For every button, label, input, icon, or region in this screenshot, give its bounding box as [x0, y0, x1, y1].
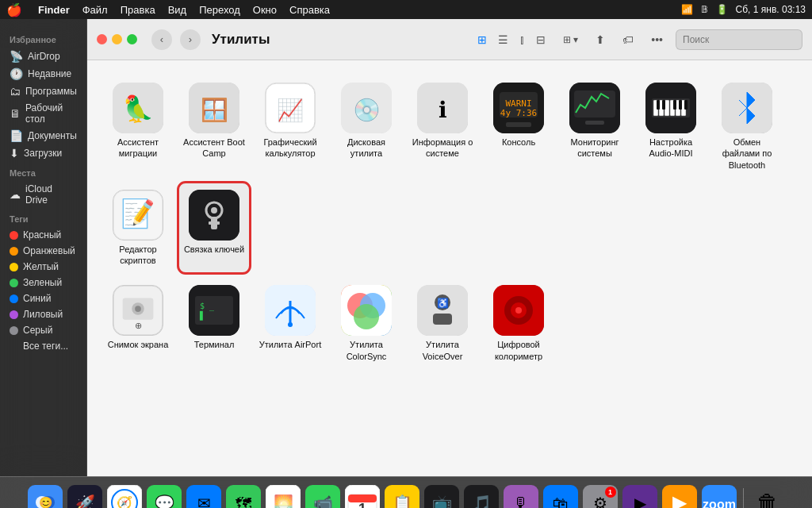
dock-appletv[interactable]: 📺 — [424, 485, 459, 509]
view-gallery-button[interactable]: ⊟ — [531, 30, 550, 49]
apple-menu[interactable]: 🍎 — [6, 2, 22, 17]
window-maximize-button[interactable] — [127, 34, 137, 44]
sort-button[interactable]: ⊞ ▾ — [558, 31, 583, 48]
menubar: 🍎 Finder Файл Правка Вид Переход Окно Сп… — [0, 0, 812, 19]
dock-photos[interactable]: 🌅 — [266, 485, 301, 509]
file-item-monitor[interactable]: Мониторинг системы — [560, 76, 630, 177]
file-item-bluetooth[interactable]: Обмен файлами по Bluetooth — [712, 76, 782, 177]
downloads-icon: ⬇ — [10, 147, 19, 160]
sidebar-item-recent[interactable]: 🕐 Недавние — [6, 65, 80, 83]
sidebar-item-tag-blue[interactable]: Синий — [6, 291, 80, 306]
monitor-icon — [569, 83, 620, 133]
sidebar-item-tag-gray[interactable]: Серый — [6, 322, 80, 338]
menu-datetime: Сб, 1 янв. 03:13 — [736, 4, 806, 15]
sidebar-item-documents[interactable]: 📄 Документы — [6, 127, 80, 144]
scripteditor-label: Редактор скриптов — [106, 244, 170, 267]
svg-text:🧭: 🧭 — [117, 495, 132, 509]
window-close-button[interactable] — [97, 34, 107, 44]
dock-launchpad[interactable]: 🚀 — [67, 485, 102, 509]
sidebar-label-tag-blue: Синий — [23, 293, 51, 304]
sidebar-item-icloud[interactable]: ☁ iCloud Drive — [6, 181, 80, 208]
file-item-disk[interactable]: 💿 Дисковая утилита — [331, 76, 401, 177]
more-button[interactable]: ••• — [646, 30, 668, 49]
terminal-icon: $ _ ▋ — [189, 285, 239, 336]
svg-rect-34 — [189, 190, 239, 241]
disk-label: Дисковая утилита — [335, 137, 398, 160]
file-item-midi[interactable]: Настройка Audio-MIDI — [636, 76, 706, 177]
dock-trash[interactable]: 🗑 — [750, 485, 785, 509]
dock-settings[interactable]: ⚙ 1 — [583, 485, 618, 509]
menubar-window[interactable]: Окно — [253, 4, 277, 16]
sidebar-item-apps[interactable]: 🗂 Программы — [6, 83, 80, 100]
file-item-terminal[interactable]: $ _ ▋ Терминал — [179, 279, 249, 368]
file-item-sysinfo[interactable]: ℹ Информация о системе — [408, 76, 477, 177]
svg-text:📹: 📹 — [312, 494, 332, 509]
file-item-colorimeter[interactable]: Цифровой колориметр — [484, 279, 553, 368]
file-item-colorsync[interactable]: Утилита ColorSync — [331, 279, 401, 368]
view-column-button[interactable]: ⫿ — [515, 30, 530, 49]
tag-purple-dot — [10, 310, 18, 319]
share-button[interactable]: ⬆ — [591, 30, 610, 49]
sidebar-item-tag-red[interactable]: Красный — [6, 227, 80, 243]
sidebar-item-tag-purple[interactable]: Лиловый — [6, 306, 80, 322]
sidebar-item-tag-yellow[interactable]: Желтый — [6, 259, 80, 275]
svg-text:🚀: 🚀 — [75, 494, 94, 509]
sidebar-item-tag-orange[interactable]: Оранжевый — [6, 243, 80, 259]
sidebar-item-tag-green[interactable]: Зеленый — [6, 275, 80, 291]
sidebar-item-downloads[interactable]: ⬇ Загрузки — [6, 144, 80, 162]
screenshot-icon: ⊕ — [113, 285, 163, 336]
dock-facetime[interactable]: 📹 — [305, 485, 340, 509]
file-item-grapher[interactable]: 📈 Графический калькулятор — [255, 76, 325, 177]
sidebar-item-airdrop[interactable]: 📡 AirDrop — [6, 48, 80, 65]
grapher-icon: 📈 — [265, 83, 316, 133]
menubar-finder[interactable]: Finder — [38, 4, 70, 16]
dock-mail[interactable]: ✉ — [186, 485, 221, 509]
search-input[interactable] — [676, 29, 802, 50]
grapher-label: Графический калькулятор — [259, 137, 322, 160]
back-button[interactable]: ‹ — [151, 29, 172, 50]
file-item-scripteditor[interactable]: 📝 Редактор скриптов — [103, 183, 173, 273]
menubar-help[interactable]: Справка — [289, 4, 330, 16]
file-item-migration[interactable]: 🦜 Ассистент миграции — [103, 76, 173, 177]
svg-text:💿: 💿 — [353, 97, 381, 123]
dock-play[interactable]: ▶ — [662, 485, 697, 509]
sidebar-item-desktop[interactable]: 🖥 Рабочий стол — [6, 100, 80, 127]
voiceover-label: Утилита VoiceOver — [411, 339, 474, 362]
svg-text:📈: 📈 — [277, 97, 304, 123]
file-item-bootcamp[interactable]: 🪟 Ассистент Boot Camp — [179, 76, 249, 177]
file-item-voiceover[interactable]: ♿ Утилита VoiceOver — [408, 279, 477, 368]
dock-zoom[interactable]: zoom — [702, 485, 737, 509]
view-icon-button[interactable]: ⊞ — [473, 30, 492, 49]
tag-orange-dot — [10, 247, 18, 256]
dock-podcasts[interactable]: 🎙 — [504, 485, 538, 509]
dock-safari[interactable]: 🧭 — [107, 485, 142, 509]
dock-music[interactable]: 🎵 — [464, 485, 499, 509]
menubar-file[interactable]: Файл — [82, 4, 108, 16]
window-minimize-button[interactable] — [112, 34, 122, 44]
menubar-edit[interactable]: Правка — [121, 4, 155, 16]
menubar-view[interactable]: Вид — [168, 4, 187, 16]
file-item-screenshot[interactable]: ⊕ Снимок экрана — [103, 279, 173, 368]
view-list-button[interactable]: ☰ — [493, 30, 513, 49]
dock-pockity[interactable]: ▶ — [622, 485, 657, 509]
dock-finder[interactable]: 😊 — [28, 485, 63, 509]
forward-button[interactable]: › — [180, 29, 201, 50]
view-options: ⊞ ☰ ⫿ ⊟ — [473, 30, 550, 49]
tag-button[interactable]: 🏷 — [618, 30, 638, 49]
sidebar-label-recent: Недавние — [28, 68, 71, 79]
svg-text:1: 1 — [358, 501, 366, 509]
dock-notes[interactable]: 📋 — [385, 485, 419, 509]
dock-calendar[interactable]: 1 — [345, 485, 380, 509]
sidebar-item-tag-all[interactable]: Все теги... — [6, 338, 80, 354]
file-item-console[interactable]: WARNI 4y 7:36 Консоль — [484, 76, 553, 177]
sidebar-label-tag-yellow: Желтый — [23, 261, 59, 272]
file-item-airport[interactable]: Утилита AirPort — [255, 279, 325, 368]
dock-appstore[interactable]: 🛍 — [543, 485, 578, 509]
midi-label: Настройка Audio-MIDI — [639, 137, 703, 160]
keychain-icon — [189, 190, 239, 241]
svg-text:$ _: $ _ — [200, 302, 215, 311]
file-item-keychain[interactable]: Связка ключей — [179, 183, 249, 273]
dock-maps[interactable]: 🗺 — [226, 485, 261, 509]
dock-messages[interactable]: 💬 — [147, 485, 182, 509]
menubar-go[interactable]: Переход — [199, 4, 240, 16]
